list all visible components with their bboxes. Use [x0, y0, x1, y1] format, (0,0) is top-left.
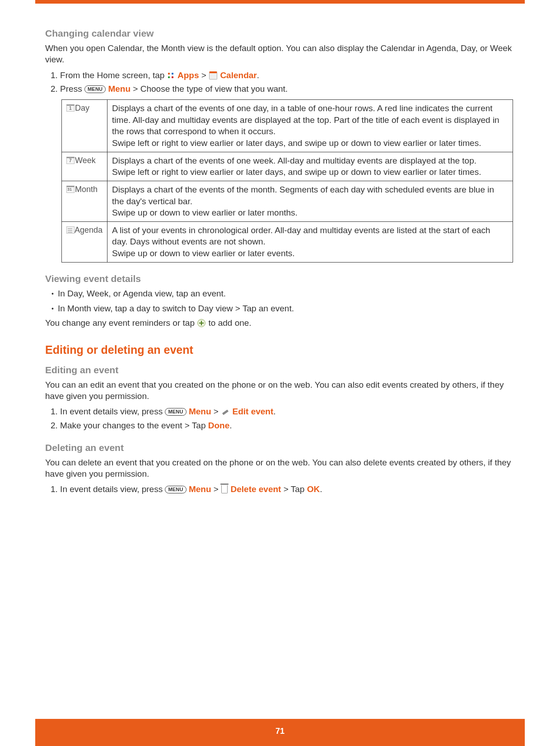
view-cell-month: Month — [62, 181, 107, 221]
edit-event-label: Edit event — [233, 407, 274, 416]
menu-key-icon: MENU — [165, 408, 186, 416]
table-row: Agenda A list of your events in chronolo… — [62, 221, 513, 262]
gt1: > — [214, 407, 221, 416]
view-label: Week — [75, 156, 96, 165]
step2-prefix: 2. Make your changes to the event > Tap — [51, 421, 208, 430]
changing-view-steps: 1. From the Home screen, tap Apps > Cale… — [51, 70, 516, 95]
view-desc: Displays a chart of the events of the mo… — [107, 181, 513, 221]
tap-prefix: > Tap — [284, 484, 307, 494]
menu-key-icon: MENU — [165, 486, 186, 493]
step2-suffix: . — [229, 421, 232, 430]
agenda-view-icon — [66, 226, 75, 234]
deleting-steps: 1. In event details view, press MENU Men… — [51, 484, 516, 495]
view-desc: Displays a chart of the events of one we… — [107, 152, 513, 181]
step-1: 1. In event details view, press MENU Men… — [51, 406, 516, 418]
delete-event-label: Delete event — [231, 484, 284, 494]
page-number: 71 — [275, 727, 285, 736]
step1-suffix: . — [320, 484, 322, 494]
table-row: Day Displays a chart of the events of on… — [62, 100, 513, 152]
deleting-intro: You can delete an event that you created… — [45, 457, 516, 479]
view-label: Agenda — [75, 225, 103, 235]
view-label: Day — [75, 103, 89, 113]
menu-key-icon: MENU — [84, 85, 106, 93]
pencil-icon — [221, 408, 229, 416]
editing-steps: 1. In event details view, press MENU Men… — [51, 406, 516, 431]
heading-viewing-details: Viewing event details — [45, 272, 516, 285]
step1-prefix: 1. In event details view, press — [51, 484, 165, 494]
step1-prefix: 1. From the Home screen, tap — [51, 70, 167, 80]
heading-changing-view: Changing calendar view — [45, 27, 516, 39]
view-cell-agenda: Agenda — [62, 221, 107, 262]
calendar-label: Calendar — [220, 70, 257, 80]
gt1: > — [201, 70, 209, 80]
editing-intro: You can an edit an event that you create… — [45, 380, 516, 402]
step-2: 2. Press MENU Menu > Choose the type of … — [51, 84, 516, 95]
reminders-prefix: You change any event reminders or tap — [45, 318, 197, 328]
step-2: 2. Make your changes to the event > Tap … — [51, 420, 516, 432]
viewing-details-list: In Day, Week, or Agenda view, tap an eve… — [58, 288, 516, 314]
calendar-icon — [209, 71, 217, 80]
step2-suffix: > Choose the type of view that you want. — [131, 84, 288, 94]
step1-suffix: . — [257, 70, 259, 80]
table-row: Week Displays a chart of the events of o… — [62, 152, 513, 181]
step-1: 1. From the Home screen, tap Apps > Cale… — [51, 70, 516, 81]
heading-editing-deleting: Editing or deleting an event — [45, 343, 516, 357]
step1-prefix: 1. In event details view, press — [51, 407, 165, 416]
menu-label: Menu — [189, 407, 211, 416]
apps-icon — [168, 72, 175, 80]
menu-label: Menu — [189, 484, 211, 494]
reminders-note: You change any event reminders or tap to… — [45, 318, 516, 329]
view-desc: Displays a chart of the events of one da… — [107, 100, 513, 152]
step1-suffix: . — [273, 407, 275, 416]
gt1: > — [214, 484, 221, 494]
list-item: In Day, Week, or Agenda view, tap an eve… — [58, 288, 516, 300]
add-icon — [197, 319, 205, 327]
heading-deleting: Deleting an event — [45, 441, 516, 454]
week-view-icon — [66, 157, 75, 164]
page-footer: 71 — [35, 719, 525, 746]
view-cell-week: Week — [62, 152, 107, 181]
heading-editing: Editing an event — [45, 364, 516, 376]
views-table: Day Displays a chart of the events of on… — [61, 99, 513, 263]
step-1: 1. In event details view, press MENU Men… — [51, 484, 516, 495]
day-view-icon — [66, 104, 75, 112]
month-view-icon — [66, 186, 75, 193]
reminders-suffix: to add one. — [209, 318, 252, 328]
header-accent-bar — [35, 0, 525, 4]
menu-label: Menu — [108, 84, 131, 94]
view-desc: A list of your events in chronological o… — [107, 221, 513, 262]
table-row: Month Displays a chart of the events of … — [62, 181, 513, 221]
step2-prefix: 2. Press — [51, 84, 84, 94]
done-label: Done — [208, 421, 230, 430]
trash-icon — [221, 485, 228, 493]
apps-label: Apps — [177, 70, 199, 80]
view-label: Month — [75, 185, 98, 194]
page-content: Changing calendar view When you open Cal… — [45, 17, 516, 499]
changing-view-intro: When you open Calendar, the Month view i… — [45, 43, 516, 65]
list-item: In Month view, tap a day to switch to Da… — [58, 303, 516, 314]
ok-label: OK — [307, 484, 320, 494]
view-cell-day: Day — [62, 100, 107, 152]
